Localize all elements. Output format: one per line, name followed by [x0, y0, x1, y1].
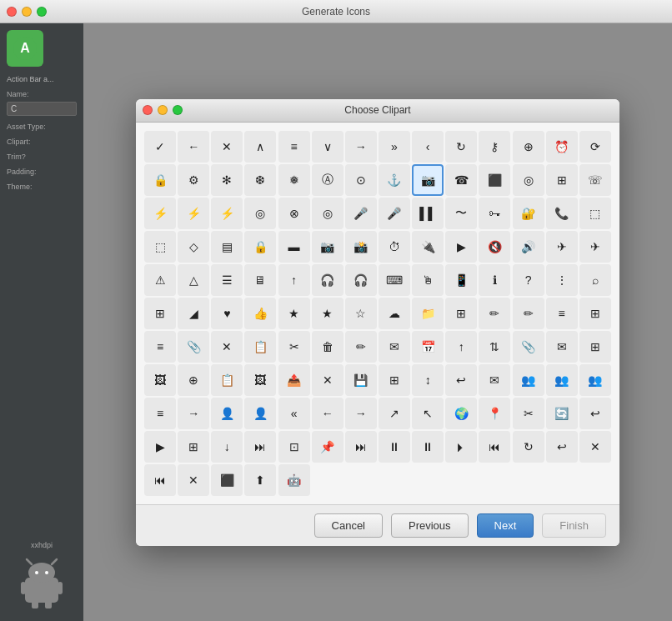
icon-cell[interactable]: 🖱 — [412, 264, 444, 296]
icon-cell[interactable]: ⊡ — [278, 431, 310, 463]
icon-cell[interactable]: 🎤 — [345, 198, 377, 229]
icon-cell[interactable]: ✕ — [312, 364, 344, 396]
icon-cell[interactable]: ✻ — [211, 164, 243, 196]
dialog-close-button[interactable] — [143, 105, 153, 115]
icon-cell[interactable]: ? — [513, 264, 544, 296]
icon-cell[interactable]: ⊗ — [278, 198, 310, 229]
icon-cell[interactable]: ↻ — [513, 431, 544, 463]
icon-cell[interactable]: ✈ — [579, 231, 611, 263]
icon-cell[interactable]: 🗑 — [312, 331, 344, 363]
icon-cell[interactable]: Ⓐ — [312, 164, 344, 196]
icon-cell[interactable]: ⏵ — [445, 431, 477, 463]
icon-cell[interactable]: → — [345, 131, 377, 163]
icon-cell[interactable]: 🌍 — [445, 398, 477, 429]
icon-cell[interactable]: 👥 — [546, 364, 578, 396]
icon-cell[interactable]: 🤖 — [278, 464, 310, 496]
icon-cell[interactable]: ↕ — [412, 364, 444, 396]
icon-cell[interactable]: ⟳ — [579, 131, 611, 163]
icon-cell[interactable]: 📸 — [345, 231, 377, 263]
next-button[interactable]: Next — [477, 513, 534, 538]
icon-cell[interactable]: 📤 — [278, 364, 310, 396]
dialog-window-controls[interactable] — [143, 105, 183, 115]
icon-cell[interactable]: ← — [312, 398, 344, 429]
icon-cell[interactable]: 🔊 — [513, 231, 544, 263]
icon-cell[interactable]: 📎 — [513, 331, 544, 363]
icon-cell[interactable]: ★ — [278, 298, 310, 329]
icon-cell[interactable]: ↑ — [445, 331, 477, 363]
icon-cell[interactable]: 📷 — [312, 231, 344, 263]
icon-cell[interactable]: ⊞ — [579, 331, 611, 363]
icon-cell[interactable]: ↩ — [579, 398, 611, 429]
icon-cell[interactable]: « — [278, 398, 310, 429]
icon-cell[interactable]: 📱 — [445, 264, 477, 296]
finish-button[interactable]: Finish — [542, 513, 606, 538]
icon-cell[interactable]: ⬛ — [479, 164, 510, 196]
icon-cell[interactable]: 🔒 — [244, 231, 276, 263]
icon-cell[interactable]: ⏮ — [144, 464, 176, 496]
icon-cell[interactable]: 🎤 — [379, 198, 410, 229]
icon-cell[interactable]: ⊞ — [144, 298, 176, 329]
icon-cell[interactable]: ≡ — [546, 298, 578, 329]
icon-cell[interactable]: ⊞ — [579, 298, 611, 329]
icon-cell[interactable]: ☆ — [345, 298, 377, 329]
icon-cell[interactable]: ⊕ — [513, 131, 544, 163]
icon-cell[interactable]: ↩ — [546, 431, 578, 463]
icon-cell[interactable]: ⚡ — [211, 198, 243, 229]
icon-cell[interactable]: ⚡ — [178, 198, 209, 229]
icon-cell[interactable]: ☎ — [445, 164, 477, 196]
icon-cell[interactable]: ☏ — [579, 164, 611, 196]
icon-cell[interactable]: → — [345, 398, 377, 429]
icon-cell[interactable]: ⏱ — [379, 231, 410, 263]
icon-cell[interactable]: ◇ — [178, 231, 209, 263]
icon-cell[interactable]: 📞 — [546, 198, 578, 229]
icon-cell[interactable]: ✕ — [579, 431, 611, 463]
icon-cell[interactable]: ✕ — [211, 131, 243, 163]
icon-cell[interactable]: ▶ — [445, 231, 477, 263]
close-button[interactable] — [7, 7, 17, 17]
icon-cell[interactable]: 🔒 — [144, 164, 176, 196]
icon-cell[interactable]: 🔌 — [412, 231, 444, 263]
icon-cell[interactable]: ↑ — [278, 264, 310, 296]
icon-cell[interactable]: ✏ — [479, 298, 510, 329]
icon-cell[interactable]: ↩ — [445, 364, 477, 396]
previous-button[interactable]: Previous — [391, 513, 469, 538]
icon-cell[interactable]: ✕ — [178, 464, 209, 496]
icon-cell[interactable]: ⬚ — [144, 231, 176, 263]
icon-cell[interactable]: 📌 — [312, 431, 344, 463]
icon-cell[interactable]: ✉ — [379, 331, 410, 363]
icon-cell[interactable]: ✉ — [546, 331, 578, 363]
icon-cell[interactable]: 📎 — [178, 331, 209, 363]
icon-cell[interactable]: 📁 — [412, 298, 444, 329]
icon-cell[interactable]: ⚡ — [144, 198, 176, 229]
icon-cell[interactable]: ≡ — [144, 331, 176, 363]
icon-cell[interactable]: ☰ — [211, 264, 243, 296]
icon-cell[interactable]: ⌨ — [379, 264, 410, 296]
icon-cell[interactable]: ✏ — [345, 331, 377, 363]
icon-cell[interactable]: ⬆ — [244, 464, 276, 496]
icon-cell[interactable]: 📋 — [211, 364, 243, 396]
icon-cell[interactable]: 👥 — [513, 364, 544, 396]
icon-cell[interactable]: 📋 — [244, 331, 276, 363]
icon-cell[interactable]: ◢ — [178, 298, 209, 329]
icon-cell[interactable]: ☁ — [379, 298, 410, 329]
icon-cell[interactable]: ℹ — [479, 264, 510, 296]
icon-cell[interactable]: ↓ — [211, 431, 243, 463]
icon-cell[interactable]: ❅ — [278, 164, 310, 196]
icon-cell[interactable]: ✓ — [144, 131, 176, 163]
icon-cell[interactable]: ✉ — [479, 364, 510, 396]
icon-cell[interactable]: ▬ — [278, 231, 310, 263]
icon-cell[interactable]: ✏ — [513, 298, 544, 329]
icon-cell[interactable]: ← — [178, 131, 209, 163]
icon-cell[interactable]: △ — [178, 264, 209, 296]
icon-cell[interactable]: ⚓ — [379, 164, 410, 196]
dialog-max-button[interactable] — [173, 105, 183, 115]
icon-cell[interactable]: ⏭ — [345, 431, 377, 463]
icon-cell[interactable]: ✕ — [211, 331, 243, 363]
icon-cell[interactable]: ≡ — [278, 131, 310, 163]
icon-cell[interactable]: 👥 — [579, 364, 611, 396]
icon-cell[interactable]: ❆ — [244, 164, 276, 196]
icon-cell[interactable]: ◎ — [513, 164, 544, 196]
icon-cell[interactable]: 📷 — [412, 164, 444, 196]
icon-cell[interactable]: 🔇 — [479, 231, 510, 263]
icon-cell[interactable]: 💾 — [345, 364, 377, 396]
